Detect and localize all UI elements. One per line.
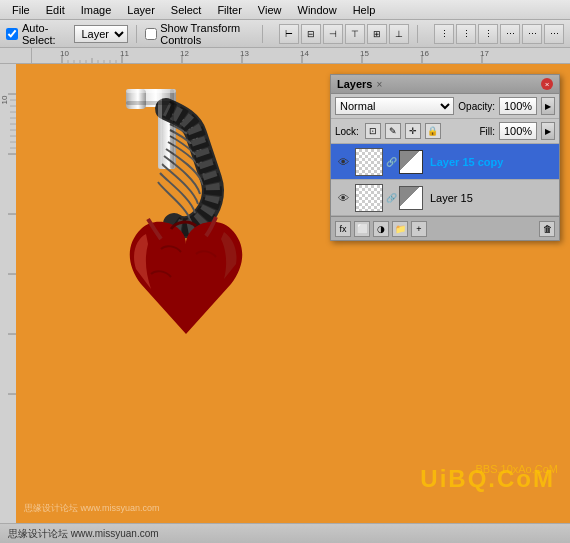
align-right-icon[interactable]: ⊣ <box>323 24 343 44</box>
layer-name-15: Layer 15 <box>430 192 555 204</box>
ruler-content: 10 11 12 13 14 15 16 17 <box>32 48 570 63</box>
layer-mask-15 <box>399 186 423 210</box>
show-transform-label: Show Transform Controls <box>160 22 252 46</box>
add-style-button[interactable]: fx <box>335 221 351 237</box>
menu-edit[interactable]: Edit <box>38 0 73 20</box>
distribute-right-icon[interactable]: ⋮ <box>478 24 498 44</box>
align-left-icon[interactable]: ⊢ <box>279 24 299 44</box>
fill-label: Fill: <box>479 126 495 137</box>
heart-image-container <box>46 84 326 444</box>
toolbar-separator <box>136 25 137 43</box>
layers-panel: Layers × × Normal Multiply Screen Overla… <box>330 74 560 241</box>
watermark-bbs: BBS.10xAo.CoM <box>475 463 558 475</box>
layer-mask-15-copy <box>399 150 423 174</box>
align-center-v-icon[interactable]: ⊞ <box>367 24 387 44</box>
svg-rect-48 <box>126 89 176 93</box>
svg-text:10: 10 <box>0 95 9 104</box>
status-info: 思缘设计论坛 www.missyuan.com <box>8 527 159 541</box>
align-center-h-icon[interactable]: ⊟ <box>301 24 321 44</box>
main-area: 10 <box>0 64 570 523</box>
lock-icon-paint[interactable]: ✎ <box>385 123 401 139</box>
layers-panel-close-button[interactable]: × <box>541 78 553 90</box>
lock-icon-position[interactable]: ✛ <box>405 123 421 139</box>
layers-panel-x-label: × <box>376 79 382 90</box>
svg-text:13: 13 <box>240 49 249 58</box>
auto-select-label: Auto-Select: <box>22 22 68 46</box>
menu-view[interactable]: View <box>250 0 290 20</box>
layer-eye-15[interactable]: 👁 <box>335 190 351 206</box>
menu-file[interactable]: File <box>4 0 38 20</box>
layers-lock-row: Lock: ⊡ ✎ ✛ 🔒 Fill: ▶ <box>331 119 559 144</box>
status-bar: 思缘设计论坛 www.missyuan.com <box>0 523 570 543</box>
layer-name-15-copy: Layer 15 copy <box>430 156 555 168</box>
svg-text:16: 16 <box>420 49 429 58</box>
auto-select-checkbox[interactable] <box>6 28 18 40</box>
toolbar-icons-2: ⋮ ⋮ ⋮ ⋯ ⋯ ⋯ <box>434 24 564 44</box>
svg-text:11: 11 <box>120 49 129 58</box>
distribute-left-icon[interactable]: ⋮ <box>434 24 454 44</box>
opacity-arrow[interactable]: ▶ <box>541 97 555 115</box>
new-fill-layer-button[interactable]: ◑ <box>373 221 389 237</box>
layer-thumbnail-15 <box>355 184 383 212</box>
toolbar-separator-2 <box>262 25 263 43</box>
menu-layer[interactable]: Layer <box>119 0 163 20</box>
distribute-top-icon[interactable]: ⋯ <box>500 24 520 44</box>
menu-help[interactable]: Help <box>345 0 384 20</box>
layer-link-icon-15-copy: 🔗 <box>387 148 395 176</box>
layer-link-icon-15: 🔗 <box>387 184 395 212</box>
watermark-site: 思缘设计论坛 www.missyuan.com <box>24 502 160 515</box>
toolbar-separator-3 <box>417 25 418 43</box>
layers-panel-header: Layers × × <box>331 75 559 94</box>
align-bottom-icon[interactable]: ⊥ <box>389 24 409 44</box>
layers-panel-title: Layers <box>337 78 372 90</box>
layers-panel-footer: fx ⬜ ◑ 📁 + 🗑 <box>331 216 559 240</box>
menu-image[interactable]: Image <box>73 0 120 20</box>
svg-text:17: 17 <box>480 49 489 58</box>
opacity-input[interactable] <box>499 97 537 115</box>
vertical-ruler: 10 <box>0 64 16 523</box>
fill-input[interactable] <box>499 122 537 140</box>
horizontal-ruler: 10 11 12 13 14 15 16 17 <box>0 48 570 64</box>
show-transform-container: Show Transform Controls <box>145 22 254 46</box>
new-group-button[interactable]: 📁 <box>392 221 408 237</box>
layer-row-15-copy[interactable]: 👁 🔗 Layer 15 copy <box>331 144 559 180</box>
show-transform-checkbox[interactable] <box>145 28 157 40</box>
menu-window[interactable]: Window <box>290 0 345 20</box>
svg-rect-49 <box>126 101 176 105</box>
align-top-icon[interactable]: ⊤ <box>345 24 365 44</box>
layer-thumbnail-15-copy <box>355 148 383 176</box>
distribute-mid-icon[interactable]: ⋯ <box>522 24 542 44</box>
delete-layer-button[interactable]: 🗑 <box>539 221 555 237</box>
add-mask-button[interactable]: ⬜ <box>354 221 370 237</box>
menu-filter[interactable]: Filter <box>209 0 249 20</box>
distribute-bottom-icon[interactable]: ⋯ <box>544 24 564 44</box>
heart-composite-svg <box>46 84 326 444</box>
svg-rect-26 <box>0 64 16 523</box>
svg-text:15: 15 <box>360 49 369 58</box>
lock-icon-transparency[interactable]: ⊡ <box>365 123 381 139</box>
menu-bar: File Edit Image Layer Select Filter View… <box>0 0 570 20</box>
blend-mode-select[interactable]: Normal Multiply Screen Overlay <box>335 97 454 115</box>
opacity-label: Opacity: <box>458 101 495 112</box>
toolbar: Auto-Select: Layer Show Transform Contro… <box>0 20 570 48</box>
layer-eye-15-copy[interactable]: 👁 <box>335 154 351 170</box>
watermark-text: 思缘设计论坛 www.missyuan.com <box>24 502 160 515</box>
new-layer-button[interactable]: + <box>411 221 427 237</box>
canvas-area: 思缘设计论坛 www.missyuan.com UiBQ.CoM BBS.10x… <box>16 64 570 523</box>
layers-blend-row: Normal Multiply Screen Overlay Opacity: … <box>331 94 559 119</box>
svg-text:14: 14 <box>300 49 309 58</box>
svg-text:10: 10 <box>60 49 69 58</box>
lock-icon-all[interactable]: 🔒 <box>425 123 441 139</box>
lock-label: Lock: <box>335 126 359 137</box>
svg-text:12: 12 <box>180 49 189 58</box>
fill-arrow[interactable]: ▶ <box>541 122 555 140</box>
toolbar-icons: ⊢ ⊟ ⊣ ⊤ ⊞ ⊥ <box>279 24 409 44</box>
layer-row-15[interactable]: 👁 🔗 Layer 15 <box>331 180 559 216</box>
distribute-center-icon[interactable]: ⋮ <box>456 24 476 44</box>
menu-select[interactable]: Select <box>163 0 210 20</box>
layer-select[interactable]: Layer <box>74 25 128 43</box>
